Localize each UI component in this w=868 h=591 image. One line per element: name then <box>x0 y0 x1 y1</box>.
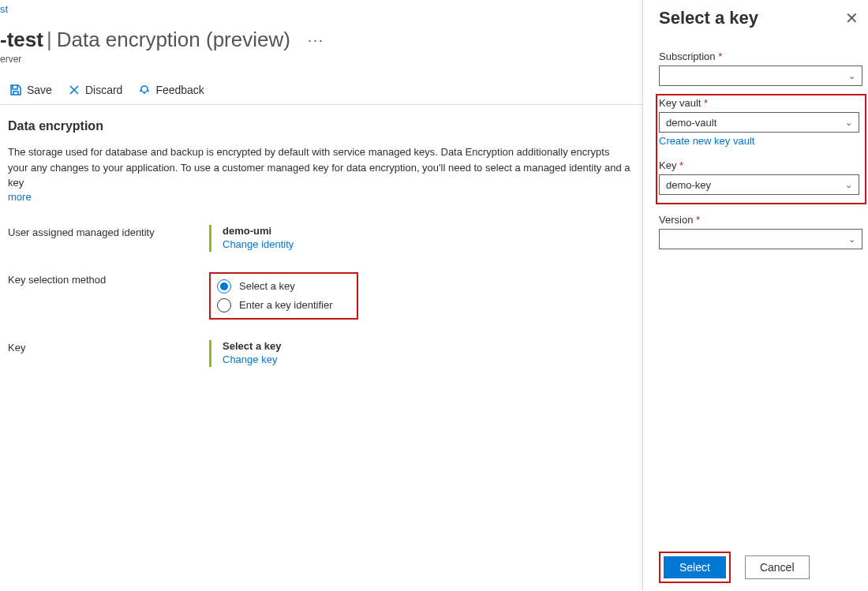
key-field: Key * demo-key ⌄ <box>659 159 863 195</box>
page-title-row: -test | Data encryption (preview) ··· <box>0 28 642 52</box>
keyvault-value: demo-vault <box>666 117 716 129</box>
select-button[interactable]: Select <box>664 556 726 578</box>
feedback-icon <box>138 84 151 96</box>
save-icon <box>9 84 22 96</box>
version-label: Version * <box>659 214 863 226</box>
radio-label: Select a key <box>239 280 295 292</box>
radio-label: Enter a key identifier <box>239 299 333 311</box>
main-pane: st -test | Data encryption (preview) ···… <box>0 0 642 591</box>
chevron-down-icon: ⌄ <box>848 71 855 81</box>
selection-row: Key selection method Select a key Enter … <box>8 272 634 320</box>
feedback-label: Feedback <box>155 84 204 96</box>
save-button[interactable]: Save <box>9 84 52 96</box>
chevron-down-icon: ⌄ <box>848 234 855 245</box>
radio-icon <box>217 279 231 294</box>
chevron-down-icon: ⌄ <box>845 180 852 190</box>
title-separator: | <box>47 28 52 52</box>
form-table: User assigned managed identity demo-umi … <box>8 225 634 367</box>
radio-select-a-key[interactable]: Select a key <box>215 277 335 296</box>
version-select[interactable]: ⌄ <box>659 229 862 249</box>
discard-label: Discard <box>85 84 122 96</box>
panel-header: Select a key ✕ <box>659 8 863 28</box>
page-title: Data encryption (preview) <box>57 28 290 52</box>
keyvault-key-highlight: Key vault * demo-vault ⌄ Create new key … <box>656 94 866 204</box>
identity-value-block: demo-umi Change identity <box>209 225 294 252</box>
cancel-button[interactable]: Cancel <box>745 555 810 579</box>
change-identity-link[interactable]: Change identity <box>223 238 294 250</box>
more-menu-button[interactable]: ··· <box>308 33 324 47</box>
feedback-button[interactable]: Feedback <box>138 84 204 96</box>
radio-icon <box>217 298 231 312</box>
change-key-link[interactable]: Change key <box>223 353 277 365</box>
subscription-select[interactable]: ⌄ <box>659 65 862 86</box>
breadcrumb-link[interactable]: st <box>0 0 642 17</box>
learn-more-link[interactable]: more <box>8 191 634 203</box>
key-value-block: Select a key Change key <box>209 340 281 367</box>
identity-value: demo-umi <box>223 225 294 237</box>
keyvault-select[interactable]: demo-vault ⌄ <box>659 112 859 133</box>
discard-button[interactable]: Discard <box>68 84 122 96</box>
close-icon[interactable]: ✕ <box>840 10 863 26</box>
radio-enter-key-identifier[interactable]: Enter a key identifier <box>215 296 335 315</box>
panel-footer: Select Cancel <box>659 542 863 591</box>
subscription-field: Subscription * ⌄ <box>659 50 863 86</box>
section-description: The storage used for database and backup… <box>8 144 631 191</box>
resource-title: -test <box>0 28 43 52</box>
keyvault-label: Key vault * <box>659 97 863 109</box>
subscription-label: Subscription * <box>659 50 863 62</box>
key-selection-radio-group: Select a key Enter a key identifier <box>209 272 358 320</box>
version-field: Version * ⌄ <box>659 214 863 249</box>
selection-label: Key selection method <box>8 272 209 286</box>
select-key-panel: Select a key ✕ Subscription * ⌄ Key vaul… <box>642 0 868 591</box>
content: Data encryption The storage used for dat… <box>0 105 642 367</box>
identity-label: User assigned managed identity <box>8 225 209 238</box>
panel-key-label: Key * <box>659 159 863 171</box>
save-label: Save <box>27 84 52 96</box>
keyvault-field: Key vault * demo-vault ⌄ Create new key … <box>659 97 863 155</box>
select-button-highlight: Select <box>659 552 731 583</box>
section-heading: Data encryption <box>8 119 634 133</box>
key-select[interactable]: demo-key ⌄ <box>659 174 859 195</box>
key-value: Select a key <box>223 340 281 352</box>
identity-row: User assigned managed identity demo-umi … <box>8 225 634 252</box>
key-row: Key Select a key Change key <box>8 340 634 367</box>
chevron-down-icon: ⌄ <box>845 118 852 128</box>
toolbar: Save Discard Feedback <box>0 80 642 105</box>
panel-key-value: demo-key <box>666 179 711 191</box>
page-subtitle: erver <box>0 54 642 65</box>
create-key-vault-link[interactable]: Create new key vault <box>659 135 754 147</box>
x-icon <box>68 84 80 96</box>
panel-title: Select a key <box>659 8 758 28</box>
key-label: Key <box>8 340 209 353</box>
